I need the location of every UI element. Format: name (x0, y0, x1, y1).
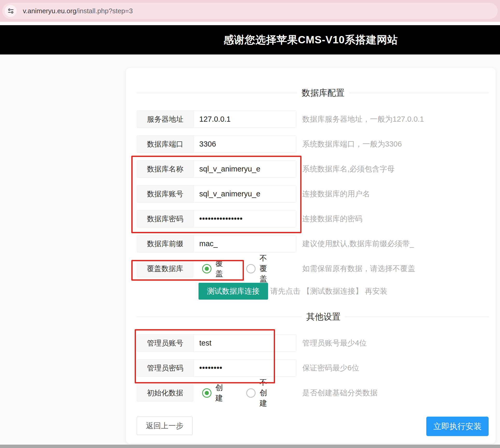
admin-password-group: 管理员密码 (137, 359, 296, 377)
url-text: v.animeryu.eu.org/install.php?step=3 (23, 7, 133, 15)
db-password-label: 数据库密码 (137, 210, 194, 227)
db-user-label: 数据库账号 (137, 185, 194, 202)
init-create-label: 创建 (215, 383, 224, 403)
install-button[interactable]: 立即执行安装 (426, 417, 489, 436)
init-no-create-radio[interactable]: 不创建 (246, 377, 274, 409)
overwrite-hint: 如需保留原有数据，请选择不覆盖 (302, 264, 415, 274)
overwrite-yes-label: 覆盖 (215, 258, 224, 279)
test-db-connection-button[interactable]: 测试数据库连接 (198, 283, 268, 300)
form-row-db-name: 数据库名称 系统数据库名,必须包含字母 (137, 160, 489, 178)
form-row-db-port: 数据库端口 系统数据库端口，一般为3306 (137, 135, 489, 153)
form-row-db-password: 数据库密码 连接数据库的密码 (137, 210, 489, 228)
form-row-db-user: 数据库账号 连接数据库的用户名 (137, 185, 489, 203)
db-port-group: 数据库端口 (137, 135, 296, 153)
title-line-right (345, 317, 489, 317)
init-data-label: 初始化数据 (137, 384, 193, 402)
form-row-db-prefix: 数据库前缀 建议使用默认,数据库前缀必须带_ (137, 235, 489, 252)
divider-strip (0, 22, 500, 25)
db-name-input[interactable] (194, 161, 296, 177)
db-port-input[interactable] (194, 136, 296, 153)
db-host-label: 服务器地址 (137, 111, 194, 128)
test-connection-hint: 请先点击 【测试数据连接】 再安装 (270, 286, 387, 297)
init-no-create-label: 不创建 (259, 377, 274, 409)
init-data-radio-group: 创建 不创建 (193, 377, 296, 409)
db-password-input[interactable] (194, 210, 296, 227)
banner-title: 感谢您选择苹果CMS-V10系搭建网站 (223, 33, 398, 47)
db-prefix-group: 数据库前缀 (137, 235, 296, 252)
section-title-other: 其他设置 (137, 311, 489, 322)
site-info-button[interactable] (5, 5, 17, 17)
section-other-label: 其他设置 (306, 311, 340, 323)
section-title-database: 数据库配置 (137, 87, 489, 99)
address-bar[interactable]: v.animeryu.eu.org/install.php?step=3 (2, 3, 498, 19)
form-row-test-connection: 测试数据库连接 请先点击 【测试数据连接】 再安装 (137, 283, 489, 300)
admin-user-label: 管理员账号 (137, 335, 194, 351)
window-bottom-edge (0, 445, 500, 448)
db-prefix-hint: 建议使用默认,数据库前缀必须带_ (302, 239, 414, 249)
db-port-label: 数据库端口 (137, 136, 194, 153)
db-user-hint: 连接数据库的用户名 (302, 189, 370, 199)
db-host-group: 服务器地址 (137, 111, 296, 128)
radio-unchecked-icon (246, 264, 256, 273)
url-path: /install.php?step=3 (76, 7, 133, 15)
radio-checked-icon (202, 388, 211, 398)
overwrite-no-label: 不覆盖 (259, 253, 274, 284)
db-port-hint: 系统数据库端口，一般为3306 (302, 139, 402, 149)
page-banner: 感谢您选择苹果CMS-V10系搭建网站 (0, 25, 500, 54)
footer-buttons: 返回上一步 立即执行安装 (137, 417, 489, 436)
db-host-hint: 数据库服务器地址，一般为127.0.0.1 (302, 114, 424, 125)
admin-user-hint: 管理员账号最少4位 (302, 338, 367, 348)
title-line-left (137, 317, 302, 317)
db-name-hint: 系统数据库名,必须包含字母 (302, 164, 395, 174)
radio-checked-icon (202, 264, 211, 273)
init-data-hint: 是否创建基础分类数据 (302, 388, 378, 398)
back-button[interactable]: 返回上一步 (137, 417, 193, 435)
db-user-group: 数据库账号 (137, 185, 296, 203)
install-form-card: 数据库配置 服务器地址 数据库服务器地址，一般为127.0.0.1 数据库端口 … (126, 68, 496, 444)
overwrite-label: 覆盖数据库 (137, 260, 193, 277)
db-name-group: 数据库名称 (137, 160, 296, 178)
overwrite-yes-radio[interactable]: 覆盖 (202, 258, 224, 279)
title-line-right (349, 93, 489, 93)
admin-password-hint: 保证密码最少6位 (302, 363, 359, 373)
overwrite-radio-group: 覆盖 不覆盖 (193, 253, 296, 284)
db-prefix-input[interactable] (194, 235, 296, 252)
form-row-db-host: 服务器地址 数据库服务器地址，一般为127.0.0.1 (137, 111, 489, 128)
admin-user-group: 管理员账号 (137, 334, 296, 352)
form-row-overwrite: 覆盖数据库 覆盖 不覆盖 如需保留原有数据，请选择不覆盖 (137, 260, 489, 277)
db-prefix-label: 数据库前缀 (137, 235, 194, 252)
tune-icon (7, 8, 14, 15)
init-create-radio[interactable]: 创建 (202, 383, 224, 403)
admin-user-input[interactable] (194, 335, 296, 351)
section-database-label: 数据库配置 (302, 87, 345, 99)
form-row-admin-user: 管理员账号 管理员账号最少4位 (137, 334, 489, 352)
url-domain: v.animeryu.eu.org (23, 7, 76, 15)
title-line-left (137, 93, 297, 93)
db-password-group: 数据库密码 (137, 210, 296, 228)
radio-unchecked-icon (246, 388, 256, 398)
overwrite-no-radio[interactable]: 不覆盖 (246, 253, 274, 284)
db-name-label: 数据库名称 (137, 161, 194, 177)
browser-url-bar: v.animeryu.eu.org/install.php?step=3 (0, 0, 500, 22)
form-row-admin-password: 管理员密码 保证密码最少6位 (137, 359, 489, 377)
admin-password-input[interactable] (194, 360, 296, 376)
db-password-hint: 连接数据库的密码 (302, 214, 362, 224)
form-row-init-data: 初始化数据 创建 不创建 是否创建基础分类数据 (137, 384, 489, 402)
db-user-input[interactable] (194, 185, 296, 202)
admin-password-label: 管理员密码 (137, 360, 194, 376)
db-host-input[interactable] (194, 111, 296, 128)
